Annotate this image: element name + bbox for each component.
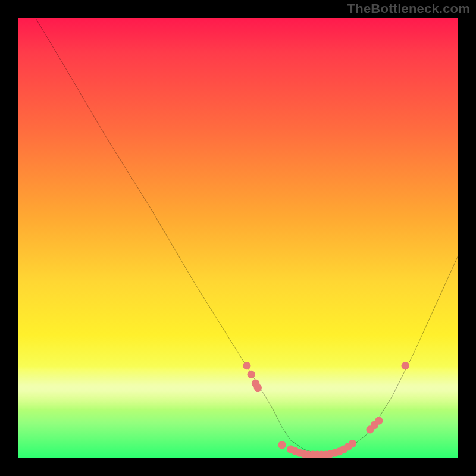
marker-dot [278,441,286,449]
marker-dot [243,362,250,369]
marker-dot [402,362,409,369]
marker-dots [243,362,409,458]
chart-frame: TheBottleneck.com [0,0,476,476]
watermark-text: TheBottleneck.com [347,1,470,17]
marker-dot [254,384,262,392]
marker-dot [375,416,383,424]
marker-dot [248,371,255,378]
curve-line [36,18,458,454]
marker-dot [349,440,356,447]
chart-svg [18,18,458,458]
plot-area [18,18,458,458]
